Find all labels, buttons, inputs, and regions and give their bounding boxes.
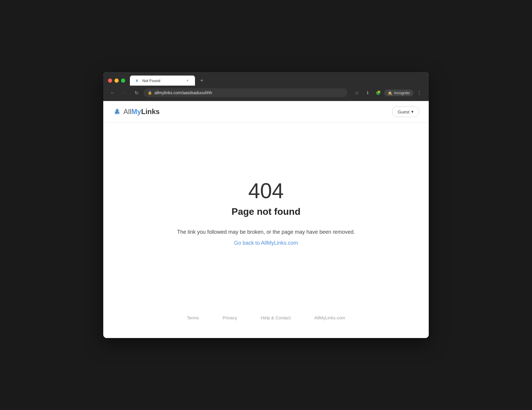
footer-allmylinks-link[interactable]: AllMyLinks.com	[314, 315, 345, 320]
error-description: The link you followed may be broken, or …	[177, 229, 355, 235]
reload-button[interactable]: ↻	[132, 88, 141, 97]
incognito-label: Incognito	[394, 91, 410, 95]
active-tab[interactable]: Not Found ×	[130, 76, 195, 86]
address-actions: ☆ ℹ 🧩 🕵 Incognito ⋮	[352, 88, 424, 97]
logo-my: My	[131, 108, 141, 116]
logo-links: Links	[141, 108, 160, 116]
page-content: AllMyLinks Guest ▾ 404 Page not found Th…	[103, 101, 429, 338]
error-title: Page not found	[232, 206, 301, 217]
address-input[interactable]: 🔒 allmylinks.com/aasdsaduuuhhh	[144, 88, 347, 97]
tab-close-button[interactable]: ×	[185, 78, 190, 83]
footer-terms-link[interactable]: Terms	[187, 315, 199, 320]
site-logo[interactable]: AllMyLinks	[113, 107, 160, 116]
logo-icon	[113, 107, 122, 116]
guest-label: Guest	[398, 109, 410, 114]
incognito-icon: 🕵	[388, 91, 392, 95]
chevron-down-icon: ▾	[411, 109, 414, 114]
minimize-window-button[interactable]	[115, 79, 119, 83]
guest-button[interactable]: Guest ▾	[392, 106, 419, 117]
extensions-button[interactable]: 🧩	[373, 88, 383, 97]
incognito-button[interactable]: 🕵 Incognito	[384, 89, 413, 96]
browser-window: Not Found × + ← → ↻ 🔒 allmylinks.com/aas…	[103, 72, 429, 338]
maximize-window-button[interactable]	[121, 79, 125, 83]
site-footer: Terms Privacy Help & Contact AllMyLinks.…	[103, 303, 429, 338]
back-button[interactable]: ←	[108, 88, 117, 97]
footer-help-link[interactable]: Help & Contact	[261, 315, 291, 320]
tab-title: Not Found	[142, 79, 183, 83]
footer-privacy-link[interactable]: Privacy	[223, 315, 237, 320]
bookmark-button[interactable]: ☆	[352, 88, 362, 97]
tab-favicon	[135, 78, 140, 83]
info-button[interactable]: ℹ	[363, 88, 372, 97]
error-code: 404	[248, 180, 284, 201]
logo-text: AllMyLinks	[123, 108, 160, 116]
back-link[interactable]: Go back to AllMyLinks.com	[234, 240, 298, 246]
menu-button[interactable]: ⋮	[415, 88, 424, 97]
address-bar: ← → ↻ 🔒 allmylinks.com/aasdsaduuuhhh ☆ ℹ…	[103, 86, 429, 101]
window-controls	[108, 79, 125, 83]
new-tab-button[interactable]: +	[197, 76, 206, 85]
logo-all: All	[123, 108, 131, 116]
title-bar: Not Found × +	[103, 72, 429, 86]
site-header: AllMyLinks Guest ▾	[103, 101, 429, 123]
browser-chrome: Not Found × + ← → ↻ 🔒 allmylinks.com/aas…	[103, 72, 429, 101]
close-window-button[interactable]	[108, 79, 112, 83]
forward-button[interactable]: →	[120, 88, 129, 97]
lock-icon: 🔒	[148, 91, 152, 95]
url-text: allmylinks.com/aasdsaduuuhhh	[154, 90, 343, 95]
main-content: 404 Page not found The link you followed…	[103, 123, 429, 303]
